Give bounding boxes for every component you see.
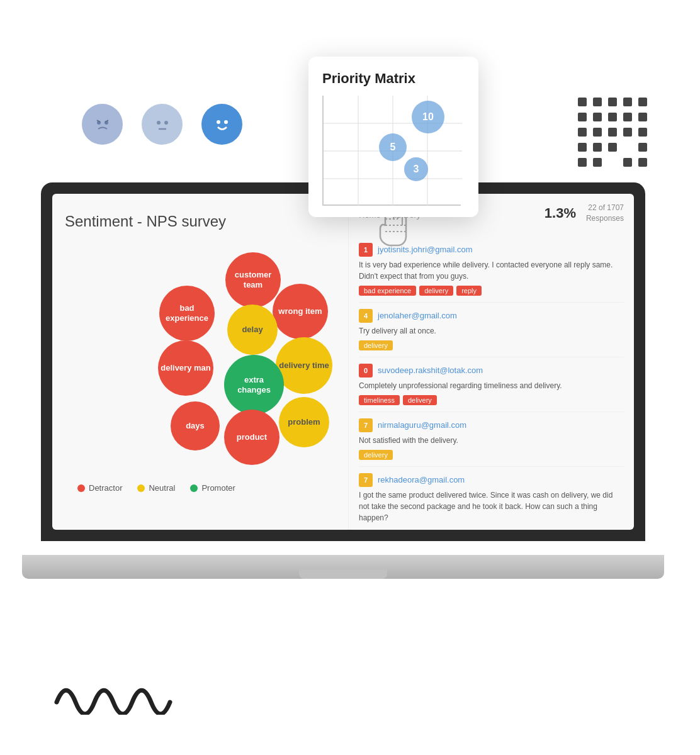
response-email-3[interactable]: suvodeep.rakshit@lotak.com <box>378 366 483 375</box>
dot <box>593 158 602 167</box>
bubble-delay: delay <box>227 305 278 355</box>
response-header-3: 0 suvodeep.rakshit@lotak.com <box>359 364 624 378</box>
matrix-bubble-5: 5 <box>379 133 407 161</box>
dot <box>608 113 617 121</box>
legend-detractor: Detractor <box>77 483 122 493</box>
stat-responses: 22 of 1707 Responses <box>586 203 624 224</box>
bubble-wrong-item: wrong item <box>273 284 328 339</box>
stats-row: 1.3% 22 of 1707 Responses <box>545 203 624 224</box>
svg-point-4 <box>157 121 161 125</box>
response-text-5: I got the same product delivered twice. … <box>359 489 624 523</box>
response-item: 0 suvodeep.rakshit@lotak.com Completely … <box>359 357 624 412</box>
tag[interactable]: reply <box>456 286 482 296</box>
dot <box>578 158 587 167</box>
dots-grid <box>578 98 650 169</box>
tag[interactable]: timeliness <box>359 395 400 405</box>
dot <box>593 143 602 152</box>
dot <box>638 143 647 152</box>
score-badge-3: 0 <box>359 364 373 378</box>
dot <box>623 113 632 121</box>
dot <box>608 143 617 152</box>
legend-dot-detractor <box>77 484 85 492</box>
svg-point-3 <box>150 113 174 137</box>
dot <box>638 158 647 167</box>
screen-content: Sentiment - NPS survey customerteam bade… <box>52 194 634 530</box>
emoji-icons <box>82 104 242 145</box>
response-text-1: It is very bad experience while delivery… <box>359 259 624 282</box>
svg-point-9 <box>224 120 228 124</box>
response-item: 4 jenolaher@gmail.com Try delivery all a… <box>359 303 624 357</box>
tag[interactable]: delivery <box>359 340 393 350</box>
priority-matrix-grid: 10 5 3 <box>322 96 461 206</box>
left-panel: Sentiment - NPS survey customerteam bade… <box>52 194 348 530</box>
brand-logo <box>50 680 176 717</box>
svg-point-8 <box>217 120 220 124</box>
dot <box>578 143 587 152</box>
bubble-delivery-time: delivery time <box>276 337 332 394</box>
stat-label: Responses <box>586 213 624 224</box>
response-email-2[interactable]: jenolaher@gmail.com <box>378 311 457 320</box>
dot <box>608 128 617 137</box>
dot <box>623 158 632 167</box>
bubble-bad-experience: badexperience <box>159 286 215 341</box>
dot <box>578 98 587 106</box>
response-tags-3: timeliness delivery <box>359 395 624 405</box>
dot <box>578 128 587 137</box>
svg-point-0 <box>91 113 115 137</box>
bubble-product: product <box>224 410 279 465</box>
response-item: 7 nirmalaguru@gmail.com Not satisfied wi… <box>359 412 624 467</box>
priority-matrix-card: Priority Matrix 10 5 3 <box>308 57 478 217</box>
dot <box>593 113 602 121</box>
dot <box>623 98 632 106</box>
legend-promoter: Promoter <box>190 483 235 493</box>
tag[interactable]: delivery <box>403 395 437 405</box>
score-badge-1: 1 <box>359 243 373 257</box>
dot <box>638 113 647 121</box>
svg-point-7 <box>210 113 234 137</box>
laptop: Sentiment - NPS survey customerteam bade… <box>41 182 645 579</box>
response-tags-2: delivery <box>359 340 624 350</box>
legend-label-promoter: Promoter <box>201 483 235 493</box>
bubble-chart: customerteam badexperience wrong item de… <box>65 243 329 476</box>
bubble-days: days <box>171 401 220 450</box>
wave-svg <box>50 680 176 715</box>
dot <box>638 98 647 106</box>
bubble-extra-changes: extrachanges <box>224 355 284 415</box>
angry-emoji <box>82 104 123 145</box>
tag[interactable]: delivery <box>359 450 393 460</box>
neutral-emoji <box>142 104 183 145</box>
tag[interactable]: bad experience <box>359 286 416 296</box>
response-email-4[interactable]: nirmalaguru@gmail.com <box>378 420 466 430</box>
dot <box>638 128 647 137</box>
dot <box>608 158 617 167</box>
response-item: 7 rekhadeora@gmail.com I got the same pr… <box>359 467 624 530</box>
score-badge-5: 7 <box>359 473 373 487</box>
bubble-customer-team: customerteam <box>225 252 281 308</box>
dot <box>578 113 587 121</box>
score-badge-2: 4 <box>359 309 373 323</box>
legend: Detractor Neutral Promoter <box>65 483 336 493</box>
dot <box>608 98 617 106</box>
response-header-4: 7 nirmalaguru@gmail.com <box>359 418 624 432</box>
legend-label-detractor: Detractor <box>89 483 122 493</box>
tag[interactable]: delivery <box>419 286 453 296</box>
laptop-notch <box>299 569 387 579</box>
happy-emoji <box>201 104 242 145</box>
response-text-3: Completely unprofessional regarding time… <box>359 380 624 391</box>
legend-neutral: Neutral <box>137 483 175 493</box>
response-header-5: 7 rekhadeora@gmail.com <box>359 473 624 487</box>
chart-title: Sentiment - NPS survey <box>65 213 336 230</box>
score-badge-4: 7 <box>359 418 373 432</box>
dot <box>593 128 602 137</box>
response-tags-1: bad experience delivery reply <box>359 286 624 296</box>
response-email-5[interactable]: rekhadeora@gmail.com <box>378 475 465 484</box>
response-text-4: Not satisfied with the delivery. <box>359 435 624 446</box>
laptop-screen: Sentiment - NPS survey customerteam bade… <box>52 194 634 530</box>
priority-matrix-title: Priority Matrix <box>322 70 465 87</box>
legend-dot-neutral <box>137 484 145 492</box>
stat-count: 22 of 1707 <box>586 203 624 213</box>
dot <box>593 98 602 106</box>
svg-point-5 <box>164 121 168 125</box>
response-header-2: 4 jenolaher@gmail.com <box>359 309 624 323</box>
response-text-2: Try delivery all at once. <box>359 325 624 337</box>
